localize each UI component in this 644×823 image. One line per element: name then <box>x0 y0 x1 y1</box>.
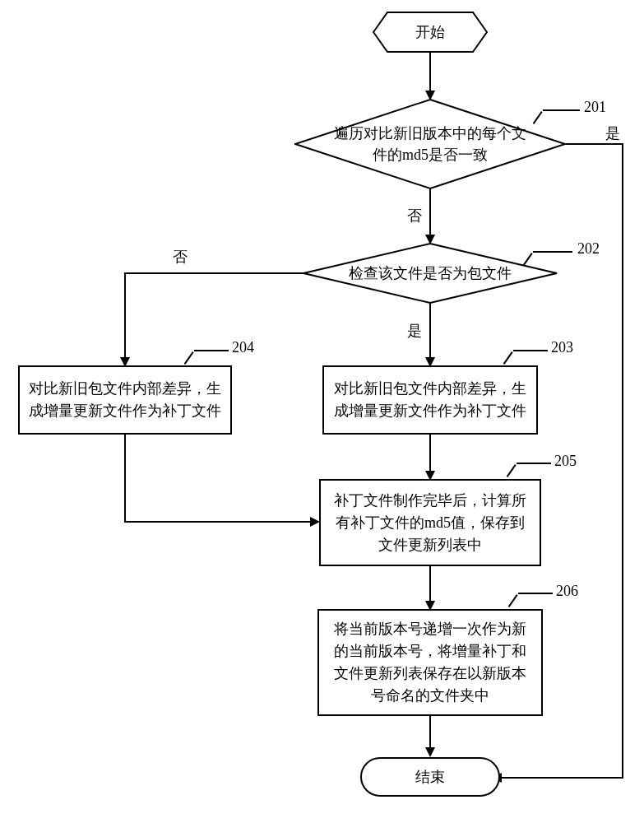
process-206-text: 将当前版本号递增一次作为新的当前版本号，将增量补丁和文件更新列表保存在以新版本号… <box>327 618 533 707</box>
step-number-206: 206 <box>556 583 578 600</box>
process-204-text: 对比新旧包文件内部差异，生成增量更新文件作为补丁文件 <box>28 378 222 422</box>
branch-label-yes-201: 是 <box>605 123 620 143</box>
edge-202-no-v <box>124 272 126 359</box>
end-terminator: 结束 <box>360 757 500 797</box>
process-203-text: 对比新旧包文件内部差异，生成增量更新文件作为补丁文件 <box>332 378 528 422</box>
arrowhead <box>425 747 435 757</box>
step-number-202: 202 <box>577 240 600 258</box>
edge-203-to-205 <box>429 435 431 472</box>
callout-206 <box>518 593 553 594</box>
branch-label-no-202: 否 <box>173 247 188 267</box>
step-number-204: 204 <box>232 339 254 356</box>
step-number-203: 203 <box>551 339 573 356</box>
edge-206-to-end <box>429 716 431 749</box>
callout-204 <box>194 350 229 351</box>
process-205: 补丁文件制作完毕后，计算所有补丁文件的md5值，保存到文件更新列表中 <box>319 479 541 566</box>
edge-201-yes-h2 <box>500 777 623 779</box>
edge-202-no-h <box>124 272 303 274</box>
process-204: 对比新旧包文件内部差异，生成增量更新文件作为补丁文件 <box>18 365 232 435</box>
end-label: 结束 <box>415 766 445 788</box>
edge-204-to-205-h <box>124 521 312 523</box>
process-206: 将当前版本号递增一次作为新的当前版本号，将增量补丁和文件更新列表保存在以新版本号… <box>317 609 543 716</box>
callout-202 <box>533 251 572 253</box>
decision-202-text: 检查该文件是否为包文件 <box>303 243 558 304</box>
callout-205 <box>517 463 551 464</box>
decision-202: 检查该文件是否为包文件 <box>303 243 558 304</box>
edge-201-yes-h <box>566 143 623 145</box>
edge-start-to-201 <box>429 53 431 92</box>
step-number-201: 201 <box>584 99 606 116</box>
edge-201-to-202 <box>429 188 431 236</box>
start-label: 开始 <box>373 12 488 53</box>
process-205-text: 补丁文件制作完毕后，计算所有补丁文件的md5值，保存到文件更新列表中 <box>329 490 531 556</box>
step-number-205: 205 <box>554 453 577 470</box>
branch-label-yes-202: 是 <box>407 321 422 341</box>
callout-203 <box>513 350 548 351</box>
edge-201-yes-v <box>622 143 623 779</box>
edge-204-to-205-v <box>124 435 126 523</box>
process-203: 对比新旧包文件内部差异，生成增量更新文件作为补丁文件 <box>322 365 538 435</box>
decision-201-text: 遍历对比新旧版本中的每个文件的md5是否一致 <box>294 99 566 189</box>
edge-202-yes-v <box>429 303 431 359</box>
start-terminator: 开始 <box>373 12 488 53</box>
edge-205-to-206 <box>429 566 431 602</box>
branch-label-no-201: 否 <box>407 206 422 226</box>
callout-201 <box>543 109 580 111</box>
decision-201: 遍历对比新旧版本中的每个文件的md5是否一致 <box>294 99 566 189</box>
